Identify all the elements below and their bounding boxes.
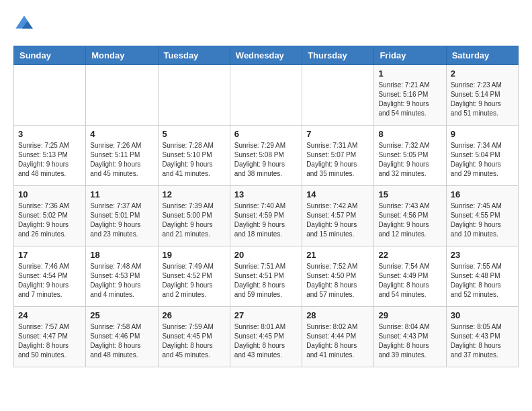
day-info: Sunrise: 8:01 AMSunset: 4:45 PMDaylight:… <box>234 322 298 360</box>
weekday-header-tuesday: Tuesday <box>158 46 230 65</box>
weekday-header-thursday: Thursday <box>302 46 374 65</box>
calendar-cell: 21Sunrise: 7:52 AMSunset: 4:50 PMDayligh… <box>302 246 374 307</box>
day-info: Sunrise: 7:39 AMSunset: 5:00 PMDaylight:… <box>163 201 226 239</box>
calendar-cell: 8Sunrise: 7:32 AMSunset: 5:05 PMDaylight… <box>374 126 446 186</box>
day-number: 25 <box>90 310 153 320</box>
weekday-header-wednesday: Wednesday <box>230 46 302 65</box>
day-number: 15 <box>378 189 441 199</box>
day-number: 28 <box>306 310 369 320</box>
page-header <box>13 13 519 35</box>
day-number: 9 <box>451 129 514 139</box>
calendar-cell <box>302 65 374 126</box>
day-number: 5 <box>163 129 226 139</box>
day-info: Sunrise: 7:36 AMSunset: 5:02 PMDaylight:… <box>18 201 81 239</box>
calendar-cell: 16Sunrise: 7:45 AMSunset: 4:55 PMDayligh… <box>446 186 518 246</box>
day-info: Sunrise: 7:21 AMSunset: 5:16 PMDaylight:… <box>378 81 441 118</box>
day-info: Sunrise: 7:51 AMSunset: 4:51 PMDaylight:… <box>234 262 298 300</box>
day-info: Sunrise: 7:49 AMSunset: 4:52 PMDaylight:… <box>163 262 226 300</box>
calendar-cell: 6Sunrise: 7:29 AMSunset: 5:08 PMDaylight… <box>230 126 302 186</box>
day-number: 24 <box>18 310 81 320</box>
calendar-cell: 29Sunrise: 8:04 AMSunset: 4:43 PMDayligh… <box>374 307 446 367</box>
day-info: Sunrise: 7:34 AMSunset: 5:04 PMDaylight:… <box>451 141 514 179</box>
calendar-week-row: 3Sunrise: 7:25 AMSunset: 5:13 PMDaylight… <box>14 126 519 186</box>
day-info: Sunrise: 7:40 AMSunset: 4:59 PMDaylight:… <box>234 201 298 239</box>
day-info: Sunrise: 8:04 AMSunset: 4:43 PMDaylight:… <box>378 322 441 360</box>
day-number: 16 <box>451 189 514 199</box>
day-number: 8 <box>378 129 441 139</box>
day-info: Sunrise: 7:43 AMSunset: 4:56 PMDaylight:… <box>378 201 441 239</box>
calendar-cell: 12Sunrise: 7:39 AMSunset: 5:00 PMDayligh… <box>158 186 230 246</box>
day-info: Sunrise: 8:05 AMSunset: 4:43 PMDaylight:… <box>451 322 514 360</box>
day-info: Sunrise: 7:37 AMSunset: 5:01 PMDaylight:… <box>90 201 153 239</box>
weekday-header-saturday: Saturday <box>446 46 518 65</box>
calendar-cell: 23Sunrise: 7:55 AMSunset: 4:48 PMDayligh… <box>446 246 518 307</box>
day-number: 19 <box>163 250 226 260</box>
day-number: 27 <box>234 310 298 320</box>
day-info: Sunrise: 7:28 AMSunset: 5:10 PMDaylight:… <box>163 141 226 179</box>
day-info: Sunrise: 8:02 AMSunset: 4:44 PMDaylight:… <box>306 322 369 360</box>
calendar-cell: 28Sunrise: 8:02 AMSunset: 4:44 PMDayligh… <box>302 307 374 367</box>
day-number: 6 <box>234 129 298 139</box>
day-info: Sunrise: 7:32 AMSunset: 5:05 PMDaylight:… <box>378 141 441 179</box>
calendar-cell: 27Sunrise: 8:01 AMSunset: 4:45 PMDayligh… <box>230 307 302 367</box>
day-info: Sunrise: 7:48 AMSunset: 4:53 PMDaylight:… <box>90 262 153 300</box>
calendar-week-row: 10Sunrise: 7:36 AMSunset: 5:02 PMDayligh… <box>14 186 519 246</box>
calendar-cell <box>86 65 158 126</box>
day-number: 18 <box>90 250 153 260</box>
day-info: Sunrise: 7:46 AMSunset: 4:54 PMDaylight:… <box>18 262 81 300</box>
day-info: Sunrise: 7:31 AMSunset: 5:07 PMDaylight:… <box>306 141 369 179</box>
calendar-cell: 26Sunrise: 7:59 AMSunset: 4:45 PMDayligh… <box>158 307 230 367</box>
day-number: 12 <box>163 189 226 199</box>
calendar-cell: 19Sunrise: 7:49 AMSunset: 4:52 PMDayligh… <box>158 246 230 307</box>
logo <box>13 13 38 35</box>
calendar-cell: 13Sunrise: 7:40 AMSunset: 4:59 PMDayligh… <box>230 186 302 246</box>
day-number: 10 <box>18 189 81 199</box>
calendar-cell: 5Sunrise: 7:28 AMSunset: 5:10 PMDaylight… <box>158 126 230 186</box>
calendar-table: SundayMondayTuesdayWednesdayThursdayFrid… <box>13 46 519 367</box>
calendar-week-row: 17Sunrise: 7:46 AMSunset: 4:54 PMDayligh… <box>14 246 519 307</box>
weekday-header-row: SundayMondayTuesdayWednesdayThursdayFrid… <box>14 46 519 65</box>
day-number: 4 <box>90 129 153 139</box>
day-number: 7 <box>306 129 369 139</box>
day-number: 22 <box>378 250 441 260</box>
calendar-cell <box>230 65 302 126</box>
day-number: 17 <box>18 250 81 260</box>
day-info: Sunrise: 7:57 AMSunset: 4:47 PMDaylight:… <box>18 322 81 360</box>
calendar-cell: 25Sunrise: 7:58 AMSunset: 4:46 PMDayligh… <box>86 307 158 367</box>
day-number: 26 <box>163 310 226 320</box>
day-info: Sunrise: 7:59 AMSunset: 4:45 PMDaylight:… <box>163 322 226 360</box>
weekday-header-monday: Monday <box>86 46 158 65</box>
day-info: Sunrise: 7:26 AMSunset: 5:11 PMDaylight:… <box>90 141 153 179</box>
calendar-cell: 17Sunrise: 7:46 AMSunset: 4:54 PMDayligh… <box>14 246 86 307</box>
calendar-cell: 14Sunrise: 7:42 AMSunset: 4:57 PMDayligh… <box>302 186 374 246</box>
day-info: Sunrise: 7:55 AMSunset: 4:48 PMDaylight:… <box>451 262 514 300</box>
calendar-cell <box>158 65 230 126</box>
calendar-cell: 3Sunrise: 7:25 AMSunset: 5:13 PMDaylight… <box>14 126 86 186</box>
day-info: Sunrise: 7:54 AMSunset: 4:49 PMDaylight:… <box>378 262 441 300</box>
calendar-cell: 18Sunrise: 7:48 AMSunset: 4:53 PMDayligh… <box>86 246 158 307</box>
day-number: 14 <box>306 189 369 199</box>
calendar-cell: 10Sunrise: 7:36 AMSunset: 5:02 PMDayligh… <box>14 186 86 246</box>
calendar-cell <box>14 65 86 126</box>
day-info: Sunrise: 7:45 AMSunset: 4:55 PMDaylight:… <box>451 201 514 239</box>
calendar-cell: 2Sunrise: 7:23 AMSunset: 5:14 PMDaylight… <box>446 65 518 126</box>
day-number: 11 <box>90 189 153 199</box>
day-number: 21 <box>306 250 369 260</box>
calendar-cell: 15Sunrise: 7:43 AMSunset: 4:56 PMDayligh… <box>374 186 446 246</box>
day-number: 20 <box>234 250 298 260</box>
calendar-week-row: 24Sunrise: 7:57 AMSunset: 4:47 PMDayligh… <box>14 307 519 367</box>
calendar-cell: 24Sunrise: 7:57 AMSunset: 4:47 PMDayligh… <box>14 307 86 367</box>
weekday-header-friday: Friday <box>374 46 446 65</box>
calendar-cell: 9Sunrise: 7:34 AMSunset: 5:04 PMDaylight… <box>446 126 518 186</box>
calendar-cell: 11Sunrise: 7:37 AMSunset: 5:01 PMDayligh… <box>86 186 158 246</box>
day-number: 1 <box>378 68 441 79</box>
calendar-cell: 22Sunrise: 7:54 AMSunset: 4:49 PMDayligh… <box>374 246 446 307</box>
calendar-cell: 1Sunrise: 7:21 AMSunset: 5:16 PMDaylight… <box>374 65 446 126</box>
day-info: Sunrise: 7:25 AMSunset: 5:13 PMDaylight:… <box>18 141 81 179</box>
calendar-week-row: 1Sunrise: 7:21 AMSunset: 5:16 PMDaylight… <box>14 65 519 126</box>
weekday-header-sunday: Sunday <box>14 46 86 65</box>
calendar-cell: 4Sunrise: 7:26 AMSunset: 5:11 PMDaylight… <box>86 126 158 186</box>
day-number: 3 <box>18 129 81 139</box>
day-info: Sunrise: 7:23 AMSunset: 5:14 PMDaylight:… <box>451 81 514 118</box>
calendar-cell: 7Sunrise: 7:31 AMSunset: 5:07 PMDaylight… <box>302 126 374 186</box>
